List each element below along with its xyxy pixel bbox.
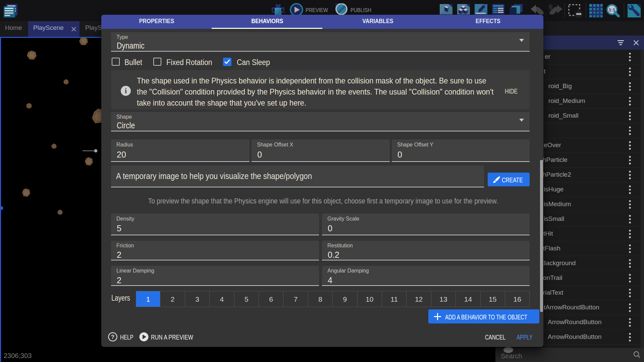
- svg-text:1:1: 1:1: [609, 7, 615, 12]
- svg-text:?: ?: [111, 334, 114, 340]
